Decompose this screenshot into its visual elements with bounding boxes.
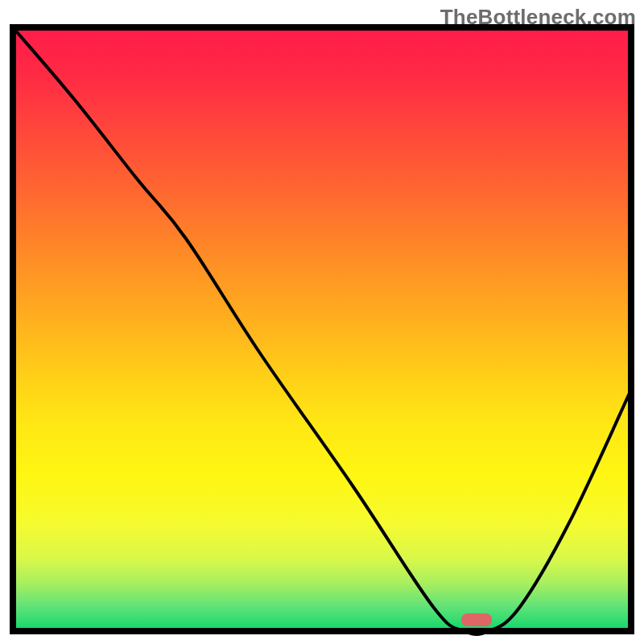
chart-container: TheBottleneck.com [0,0,644,644]
plot-background [13,27,631,631]
optimal-marker [461,613,492,626]
bottleneck-chart-svg [0,0,644,644]
